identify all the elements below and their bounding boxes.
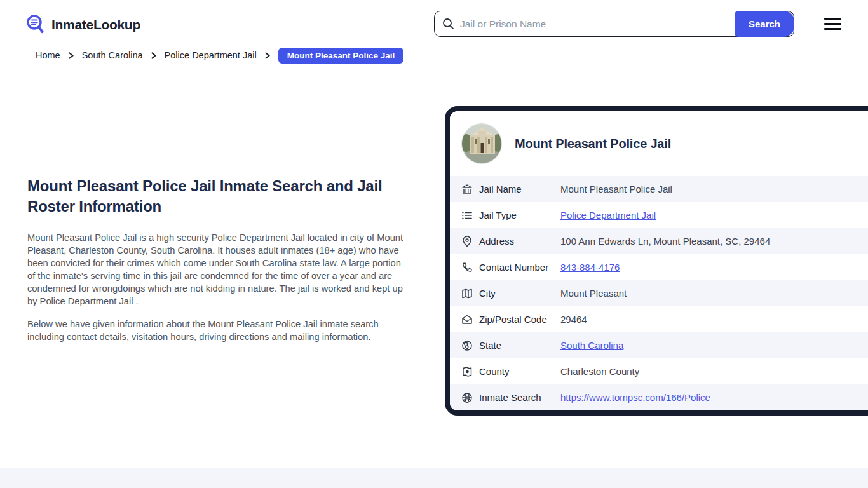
breadcrumb-current-badge: Mount Pleasant Police Jail: [278, 48, 404, 64]
search-bar: Search: [434, 11, 794, 37]
table-row: State South Carolina: [450, 332, 868, 358]
page-title: Mount Pleasant Police Jail Inmate Search…: [27, 176, 393, 217]
menu-hamburger-icon[interactable]: [824, 18, 841, 30]
list-icon: [461, 210, 473, 221]
row-label: Jail Name: [479, 184, 560, 194]
table-row: Jail Type Police Department Jail: [450, 202, 868, 228]
inmatelookup-logo-icon: [25, 13, 47, 36]
row-label: Address: [479, 236, 560, 247]
row-label: Jail Type: [479, 210, 560, 220]
jail-info-card: Mount Pleasant Police Jail Jail Name Mou…: [445, 106, 868, 416]
brand-name: InmateLookup: [51, 17, 140, 32]
search-input[interactable]: [460, 18, 702, 30]
breadcrumb-home[interactable]: Home: [36, 50, 60, 60]
breadcrumb: Home South Carolina Police Department Ja…: [36, 48, 403, 62]
table-row: Inmate Search https://www.tompsc.com/166…: [450, 384, 868, 410]
row-value: Mount Pleasant: [560, 288, 627, 299]
breadcrumb-jail-type[interactable]: Police Department Jail: [165, 50, 257, 60]
inmate-search-link[interactable]: https://www.tompsc.com/166/Police: [560, 392, 710, 403]
mail-icon: [461, 314, 473, 325]
table-row: City Mount Pleasant: [450, 280, 868, 306]
map-icon: [461, 288, 473, 299]
row-label: City: [479, 288, 560, 299]
search-icon: [442, 18, 454, 30]
chevron-right-icon: [264, 52, 271, 59]
table-row: County Charleston County: [450, 358, 868, 384]
footer-band: [0, 468, 868, 488]
jail-type-link[interactable]: Police Department Jail: [560, 210, 656, 220]
row-label: Zip/Postal Code: [479, 314, 560, 325]
row-value: Mount Pleasant Police Jail: [560, 184, 672, 194]
jail-photo: [461, 123, 502, 164]
table-row: Jail Name Mount Pleasant Police Jail: [450, 176, 868, 202]
search-button[interactable]: Search: [735, 11, 794, 37]
table-row: Contact Number 843-884-4176: [450, 254, 868, 280]
state-link[interactable]: South Carolina: [560, 340, 623, 351]
globe-icon: [461, 340, 473, 351]
map-pin-icon: [461, 236, 473, 247]
phone-icon: [461, 262, 473, 273]
row-value: 100 Ann Edwards Ln, Mount Pleasant, SC, …: [560, 236, 770, 247]
table-row: Address 100 Ann Edwards Ln, Mount Pleasa…: [450, 228, 868, 254]
row-label: Inmate Search: [479, 392, 560, 403]
county-map-icon: [461, 366, 473, 377]
row-label: Contact Number: [479, 262, 560, 273]
jail-card-header: Mount Pleasant Police Jail: [450, 111, 868, 176]
row-label: County: [479, 366, 560, 377]
brand-logo[interactable]: InmateLookup: [25, 13, 140, 36]
chevron-right-icon: [151, 52, 157, 59]
contact-number-link[interactable]: 843-884-4176: [560, 262, 620, 273]
article-paragraph: Mount Pleasant Police Jail is a high sec…: [27, 231, 405, 308]
bank-icon: [461, 184, 473, 195]
row-label: State: [479, 340, 560, 351]
jail-card-title: Mount Pleasant Police Jail: [515, 137, 671, 151]
row-value: Charleston County: [560, 366, 639, 377]
table-row: Zip/Postal Code 29464: [450, 306, 868, 332]
row-value: 29464: [560, 314, 587, 325]
article: Mount Pleasant Police Jail Inmate Search…: [27, 176, 405, 353]
breadcrumb-state[interactable]: South Carolina: [82, 50, 143, 60]
article-paragraph: Below we have given information about th…: [27, 318, 405, 343]
chevron-right-icon: [68, 52, 74, 59]
globe-wire-icon: [461, 392, 473, 403]
